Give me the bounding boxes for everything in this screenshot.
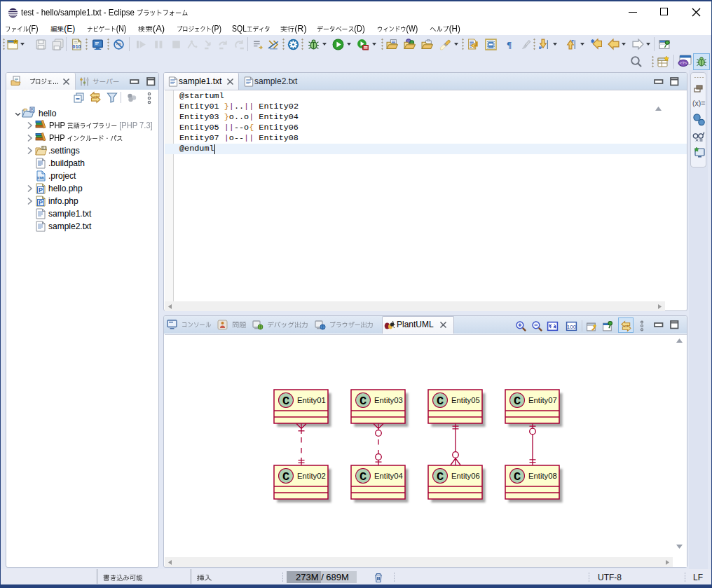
svg-text:B: B (31, 107, 34, 112)
svg-text:Entity05: Entity05 (451, 396, 480, 404)
svg-text:Entity01: Entity01 (297, 396, 326, 404)
svg-text:Entity04: Entity04 (374, 472, 403, 480)
svg-text:Entity08: Entity08 (528, 472, 557, 480)
svg-text:010: 010 (72, 43, 81, 50)
svg-text:Entity06: Entity06 (451, 472, 480, 480)
svg-text:XML: XML (36, 176, 46, 180)
svg-text:Entity07: Entity07 (528, 396, 557, 404)
svg-text:(x)=: (x)= (692, 99, 705, 107)
svg-text:Entity02: Entity02 (297, 472, 326, 480)
svg-text:Entity03: Entity03 (374, 396, 403, 404)
svg-text:¶: ¶ (507, 39, 512, 50)
svg-text:<?>: <?> (680, 61, 687, 65)
svg-text:100: 100 (567, 324, 577, 330)
